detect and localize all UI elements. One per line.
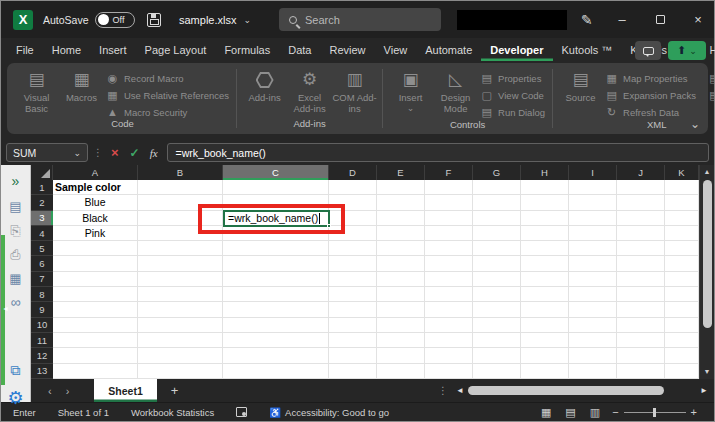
cell-a4[interactable]: Pink: [53, 226, 138, 241]
cell-f11[interactable]: [425, 333, 473, 348]
cell-d7[interactable]: [329, 272, 377, 287]
row-header-13[interactable]: 13: [31, 364, 53, 379]
cell-e13[interactable]: [377, 364, 425, 379]
cell-j7[interactable]: [617, 272, 665, 287]
insert-function-button[interactable]: fx: [148, 147, 162, 159]
cell-a5[interactable]: [53, 241, 138, 256]
properties-button[interactable]: ▤Properties: [480, 72, 545, 85]
cell-g6[interactable]: [473, 256, 521, 271]
cell-h5[interactable]: [521, 241, 569, 256]
scroll-left-icon[interactable]: ◄: [456, 386, 464, 395]
cell-f9[interactable]: [425, 302, 473, 317]
cell-k7[interactable]: [665, 272, 699, 287]
row-header-4[interactable]: 4: [31, 226, 53, 241]
cell-b6[interactable]: [138, 256, 223, 271]
cell-j3[interactable]: [617, 211, 665, 226]
map-properties-button[interactable]: ▦Map Properties: [605, 72, 696, 85]
cell-i5[interactable]: [569, 241, 617, 256]
cell-b13[interactable]: [138, 364, 223, 379]
cell-b1[interactable]: [138, 180, 223, 195]
cell-e8[interactable]: [377, 287, 425, 302]
zoom-in-button[interactable]: +: [691, 406, 697, 418]
cell-g3[interactable]: [473, 211, 521, 226]
visual-basic-button[interactable]: ▤ Visual Basic: [14, 67, 59, 114]
zoom-slider[interactable]: [624, 412, 686, 413]
select-all-corner[interactable]: [31, 165, 53, 180]
minimize-button[interactable]: –: [605, 1, 639, 38]
cell-j13[interactable]: [617, 364, 665, 379]
com-add-ins-button[interactable]: ▥ COM Add-ins: [332, 67, 377, 114]
cell-g2[interactable]: [473, 195, 521, 210]
cell-k8[interactable]: [665, 287, 699, 302]
cell-g10[interactable]: [473, 318, 521, 333]
row-header-9[interactable]: 9: [31, 302, 53, 317]
autosave-toggle[interactable]: Off: [95, 12, 135, 28]
cell-g4[interactable]: [473, 226, 521, 241]
accessibility-status[interactable]: ♿ Accessibility: Good to go: [269, 407, 389, 418]
cell-i10[interactable]: [569, 318, 617, 333]
import-button[interactable]: ▤Import: [708, 72, 715, 85]
sheet-flip-icon[interactable]: ⎘: [1, 224, 30, 237]
cell-a7[interactable]: [53, 272, 138, 287]
row-header-1[interactable]: 1: [31, 180, 53, 195]
row-header-11[interactable]: 11: [31, 333, 53, 348]
tab-kutools[interactable]: Kutools ™: [553, 40, 622, 61]
name-box[interactable]: SUM ⌄: [6, 143, 88, 162]
cell-i4[interactable]: [569, 226, 617, 241]
vertical-scroll-thumb[interactable]: [703, 180, 712, 328]
cell-c3-edit[interactable]: =wrk_book_name(): [223, 210, 330, 227]
cell-f12[interactable]: [425, 348, 473, 363]
row-header-12[interactable]: 12: [31, 348, 53, 363]
cell-d8[interactable]: [329, 287, 377, 302]
cell-c9[interactable]: [223, 302, 329, 317]
horizontal-scroll-thumb[interactable]: [468, 386, 664, 395]
cell-f13[interactable]: [425, 364, 473, 379]
cell-h3[interactable]: [521, 211, 569, 226]
cell-k12[interactable]: [665, 348, 699, 363]
cell-e9[interactable]: [377, 302, 425, 317]
column-header-g[interactable]: G: [473, 165, 521, 180]
cell-i1[interactable]: [569, 180, 617, 195]
cell-d1[interactable]: [329, 180, 377, 195]
cell-a2[interactable]: Blue: [53, 195, 138, 210]
cell-a6[interactable]: [53, 256, 138, 271]
cell-h6[interactable]: [521, 256, 569, 271]
tab-view[interactable]: View: [375, 40, 417, 61]
scroll-down-icon[interactable]: ▼: [704, 367, 711, 377]
cell-k9[interactable]: [665, 302, 699, 317]
collapse-ribbon-button[interactable]: ⌄: [690, 117, 700, 131]
cell-d11[interactable]: [329, 333, 377, 348]
cell-i11[interactable]: [569, 333, 617, 348]
cell-b10[interactable]: [138, 318, 223, 333]
cell-f10[interactable]: [425, 318, 473, 333]
enter-button[interactable]: ✓: [127, 146, 143, 160]
cell-j5[interactable]: [617, 241, 665, 256]
cell-a3[interactable]: Black: [53, 211, 138, 226]
export-button[interactable]: ▤Export: [708, 89, 715, 102]
sheet-tab-sheet1[interactable]: Sheet1: [94, 379, 156, 402]
cell-c12[interactable]: [223, 348, 329, 363]
cell-j2[interactable]: [617, 195, 665, 210]
cell-d12[interactable]: [329, 348, 377, 363]
cell-e10[interactable]: [377, 318, 425, 333]
cancel-button[interactable]: ×: [108, 145, 122, 160]
autosave-control[interactable]: AutoSave Off: [43, 1, 135, 38]
zoom-slider-knob[interactable]: [653, 408, 656, 417]
cell-h9[interactable]: [521, 302, 569, 317]
cell-i8[interactable]: [569, 287, 617, 302]
cell-j12[interactable]: [617, 348, 665, 363]
vertical-scrollbar[interactable]: ▲ ▼: [699, 165, 714, 379]
macros-button[interactable]: ▦ Macros: [59, 67, 104, 103]
tab-home[interactable]: Home: [43, 40, 90, 61]
cell-h11[interactable]: [521, 333, 569, 348]
workbook-statistics[interactable]: Workbook Statistics: [131, 407, 214, 418]
save-button[interactable]: [147, 1, 161, 38]
cell-c5[interactable]: [223, 241, 329, 256]
cell-g9[interactable]: [473, 302, 521, 317]
cell-e3[interactable]: [377, 211, 425, 226]
column-header-b[interactable]: B: [138, 165, 223, 180]
use-relative-references-button[interactable]: ▦Use Relative References: [106, 89, 229, 102]
row-header-2[interactable]: 2: [31, 195, 53, 210]
cell-h8[interactable]: [521, 287, 569, 302]
cell-j1[interactable]: [617, 180, 665, 195]
